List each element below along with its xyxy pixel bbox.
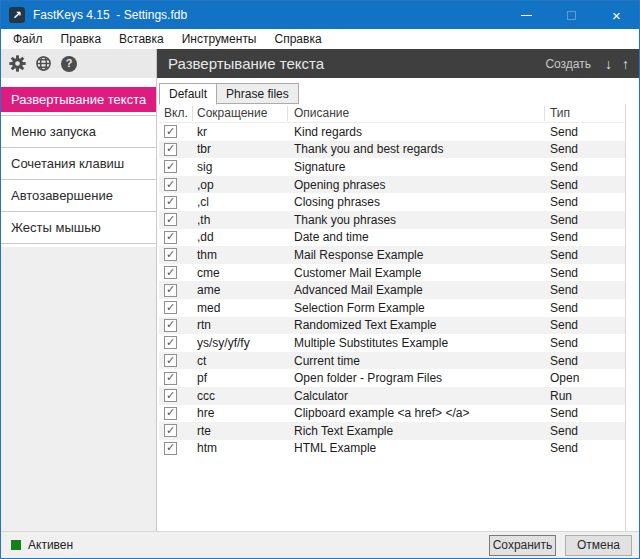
table-row[interactable]: ✓thmMail Response ExampleSend [159,246,625,264]
table-row[interactable]: ✓,ddDate and timeSend [159,229,625,247]
table-row[interactable]: ✓ameAdvanced Mail ExampleSend [159,281,625,299]
column-header-description[interactable]: Описание [288,106,545,121]
table-row[interactable]: ✓,thThank you phrasesSend [159,211,625,229]
table-row[interactable]: ✓htmHTML ExampleSend [159,440,625,458]
row-description: Closing phrases [288,195,545,209]
menu-tools[interactable]: Инструменты [173,29,266,49]
row-enabled-checkbox[interactable]: ✓ [164,336,177,349]
row-enabled-checkbox[interactable]: ✓ [164,213,177,226]
row-abbreviation: pf [193,371,288,385]
checkmark-icon: ✓ [166,196,175,207]
menu-help[interactable]: Справка [266,29,331,49]
row-enabled-checkbox[interactable]: ✓ [164,143,177,156]
menu-insert[interactable]: Вставка [110,29,173,49]
row-enabled-checkbox[interactable]: ✓ [164,284,177,297]
table-row[interactable]: ✓,clClosing phrasesSend [159,193,625,211]
menu-edit[interactable]: Правка [52,29,111,49]
table-row[interactable]: ✓ys/sy/yf/fyMultiple Substitutes Example… [159,334,625,352]
checkmark-icon: ✓ [166,143,175,154]
table-row[interactable]: ✓rteRich Text ExampleSend [159,422,625,440]
toolbar: ? [1,49,156,78]
app-icon: ↗ [9,7,25,23]
row-description: Open folder - Program Files [288,371,545,385]
row-enabled-checkbox[interactable]: ✓ [164,301,177,314]
cancel-button[interactable]: Отмена [565,535,632,556]
row-enabled-checkbox[interactable]: ✓ [164,125,177,138]
move-down-icon[interactable]: ↓ [605,57,612,71]
row-description: Customer Mail Example [288,266,545,280]
row-type: Open [545,371,625,385]
app-icon-arrow: ↗ [12,10,21,21]
table-row[interactable]: ✓medSelection Form ExampleSend [159,299,625,317]
maximize-button[interactable] [549,1,594,29]
row-enabled-checkbox[interactable]: ✓ [164,354,177,367]
language-globe-icon[interactable] [35,55,52,72]
row-enabled-checkbox[interactable]: ✓ [164,231,177,244]
row-abbreviation: thm [193,248,288,262]
row-type: Send [545,424,625,438]
tab-strip: Default Phrase files [157,78,639,104]
row-abbreviation: cme [193,266,288,280]
sidebar-separator [1,147,156,148]
main-panel: Развертывание текста Создать ↓ ↑ Default… [157,49,639,531]
table-row[interactable]: ✓hreClipboard example <a href> </a>Send [159,405,625,423]
minimize-button[interactable] [504,1,549,29]
row-abbreviation: ct [193,354,288,368]
row-type: Send [545,142,625,156]
row-type: Run [545,389,625,403]
table-row[interactable]: ✓ctCurrent timeSend [159,352,625,370]
column-header-abbreviation[interactable]: Сокращение [193,106,288,121]
row-enabled-checkbox[interactable]: ✓ [164,389,177,402]
sidebar-item[interactable]: Меню запуска [1,119,156,144]
close-button[interactable]: × [594,1,639,29]
save-button[interactable]: Сохранить [489,535,556,556]
tab-default[interactable]: Default [159,83,217,105]
sidebar-item[interactable]: Развертывание текста [1,87,156,112]
table-row[interactable]: ✓sigSignatureSend [159,158,625,176]
table-row[interactable]: ✓cccCalculatorRun [159,387,625,405]
checkmark-icon: ✓ [166,284,175,295]
table-row[interactable]: ✓rtnRandomized Text ExampleSend [159,317,625,335]
sidebar-item[interactable]: Сочетания клавиш [1,151,156,176]
row-type: Send [545,283,625,297]
checkmark-icon: ✓ [166,407,175,418]
settings-gear-icon[interactable] [9,55,26,72]
column-header-enabled[interactable]: Вкл. [159,106,193,121]
table-body: ✓krKind regardsSend✓tbrThank you and bes… [159,123,625,457]
row-enabled-checkbox[interactable]: ✓ [164,319,177,332]
row-enabled-checkbox[interactable]: ✓ [164,178,177,191]
row-enabled-checkbox[interactable]: ✓ [164,160,177,173]
row-abbreviation: ,op [193,178,288,192]
row-description: Randomized Text Example [288,318,545,332]
column-header-type[interactable]: Тип [545,106,625,121]
sidebar-filler [1,247,156,531]
move-up-icon[interactable]: ↑ [622,57,629,71]
row-enabled-checkbox[interactable]: ✓ [164,442,177,455]
row-enabled-checkbox[interactable]: ✓ [164,372,177,385]
tab-phrase-files[interactable]: Phrase files [217,83,299,104]
row-description: Mail Response Example [288,248,545,262]
section-header: Развертывание текста Создать ↓ ↑ [157,49,639,78]
row-enabled-checkbox[interactable]: ✓ [164,248,177,261]
window-title: FastKeys 4.15 - Settings.fdb [33,8,504,22]
table-row[interactable]: ✓krKind regardsSend [159,123,625,141]
menu-bar: Файл Правка Вставка Инструменты Справка [1,29,639,49]
table-row[interactable]: ✓tbrThank you and best regardsSend [159,141,625,159]
row-abbreviation: tbr [193,142,288,156]
table-row[interactable]: ✓pfOpen folder - Program FilesOpen [159,369,625,387]
sidebar-item[interactable]: Автозавершение [1,183,156,208]
table-row[interactable]: ✓cmeCustomer Mail ExampleSend [159,264,625,282]
row-type: Send [545,301,625,315]
create-button[interactable]: Создать [545,57,591,71]
help-icon[interactable]: ? [61,56,77,72]
row-type: Send [545,336,625,350]
row-enabled-checkbox[interactable]: ✓ [164,407,177,420]
row-enabled-checkbox[interactable]: ✓ [164,196,177,209]
row-enabled-checkbox[interactable]: ✓ [164,424,177,437]
sidebar-separator [1,115,156,116]
table-row[interactable]: ✓,opOpening phrasesSend [159,176,625,194]
menu-file[interactable]: Файл [4,29,52,49]
row-enabled-checkbox[interactable]: ✓ [164,266,177,279]
row-abbreviation: sig [193,160,288,174]
sidebar-item[interactable]: Жесты мышью [1,215,156,240]
